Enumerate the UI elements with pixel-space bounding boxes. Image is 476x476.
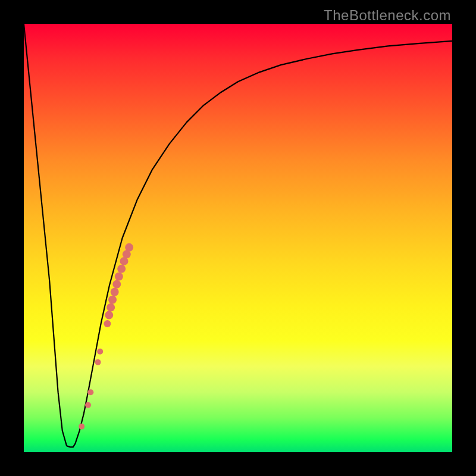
watermark-text: TheBottleneck.com (324, 7, 451, 24)
chart-point-0 (79, 424, 84, 430)
chart-point-4 (97, 349, 103, 355)
chart-point-7 (107, 303, 115, 312)
chart-point-6 (105, 311, 113, 320)
chart-point-9 (111, 288, 119, 296)
chart-point-1 (85, 402, 91, 408)
chart-point-11 (115, 273, 123, 281)
chart-point-2 (87, 389, 93, 395)
chart-point-15 (125, 243, 133, 252)
chart-svg (24, 24, 452, 452)
chart-point-3 (95, 359, 101, 365)
chart-point-8 (108, 296, 117, 304)
chart-frame: TheBottleneck.com (0, 0, 476, 476)
chart-point-5 (104, 320, 111, 327)
chart-series-main-curve (24, 24, 452, 447)
chart-point-10 (112, 280, 121, 289)
chart-point-12 (117, 265, 126, 273)
chart-plot-area (24, 24, 452, 452)
